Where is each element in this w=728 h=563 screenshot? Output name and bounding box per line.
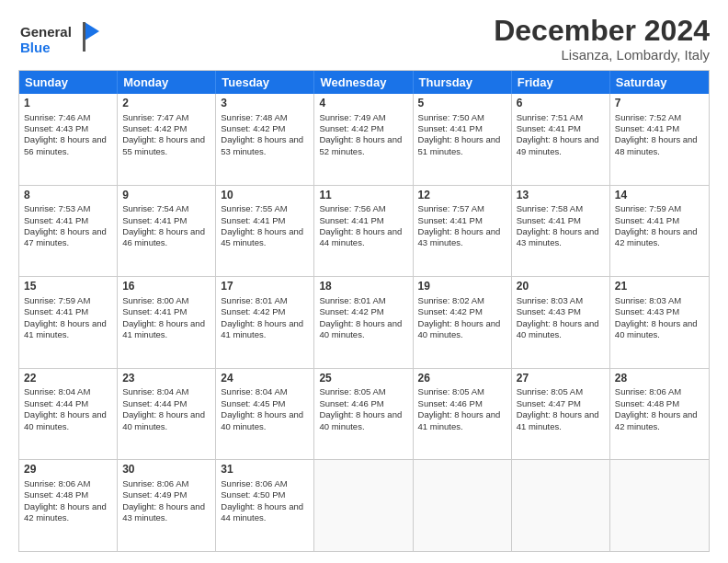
calendar-body: 1 Sunrise: 7:46 AM Sunset: 4:43 PM Dayli… <box>19 94 709 551</box>
sunrise: Sunrise: 8:05 AM <box>418 386 506 397</box>
sunset: Sunset: 4:42 PM <box>122 123 210 134</box>
sunset: Sunset: 4:45 PM <box>221 398 309 409</box>
sunset: Sunset: 4:42 PM <box>221 123 309 134</box>
cell-dec-29: 29 Sunrise: 8:06 AM Sunset: 4:48 PM Dayl… <box>19 460 118 551</box>
header-thursday: Thursday <box>414 71 512 94</box>
sunset: Sunset: 4:43 PM <box>615 306 704 317</box>
sunrise: Sunrise: 8:04 AM <box>221 386 309 397</box>
cell-empty-4 <box>610 460 709 551</box>
cell-dec-1: 1 Sunrise: 7:46 AM Sunset: 4:43 PM Dayli… <box>19 94 118 185</box>
day-num: 27 <box>517 372 605 386</box>
cell-dec-6: 6 Sunrise: 7:51 AM Sunset: 4:41 PM Dayli… <box>512 94 610 185</box>
daylight: Daylight: 8 hours and 44 minutes. <box>319 226 407 249</box>
cell-empty-1 <box>314 460 413 551</box>
daylight: Daylight: 8 hours and 40 minutes. <box>418 318 506 341</box>
day-num: 28 <box>615 372 704 386</box>
sunrise: Sunrise: 7:59 AM <box>615 203 704 214</box>
cell-dec-17: 17 Sunrise: 8:01 AM Sunset: 4:42 PM Dayl… <box>216 277 314 368</box>
cell-dec-10: 10 Sunrise: 7:55 AM Sunset: 4:41 PM Dayl… <box>216 186 314 277</box>
sunset: Sunset: 4:41 PM <box>24 306 112 317</box>
sunrise: Sunrise: 7:49 AM <box>319 112 407 123</box>
daylight: Daylight: 8 hours and 49 minutes. <box>517 134 605 157</box>
logo-block: General Blue <box>18 18 101 63</box>
cell-dec-31: 31 Sunrise: 8:06 AM Sunset: 4:50 PM Dayl… <box>216 460 314 551</box>
cell-dec-14: 14 Sunrise: 7:59 AM Sunset: 4:41 PM Dayl… <box>610 186 709 277</box>
sunset: Sunset: 4:41 PM <box>418 215 506 226</box>
daylight: Daylight: 8 hours and 40 minutes. <box>319 318 407 341</box>
sunrise: Sunrise: 7:52 AM <box>615 112 704 123</box>
cell-dec-28: 28 Sunrise: 8:06 AM Sunset: 4:48 PM Dayl… <box>610 369 709 460</box>
day-num: 5 <box>418 97 506 111</box>
daylight: Daylight: 8 hours and 40 minutes. <box>122 409 210 432</box>
daylight: Daylight: 8 hours and 42 minutes. <box>24 501 112 524</box>
daylight: Daylight: 8 hours and 41 minutes. <box>24 318 112 341</box>
sunset: Sunset: 4:43 PM <box>24 123 112 134</box>
sunset: Sunset: 4:49 PM <box>122 489 210 500</box>
week-row-1: 1 Sunrise: 7:46 AM Sunset: 4:43 PM Dayli… <box>19 94 709 185</box>
sunrise: Sunrise: 7:58 AM <box>517 203 605 214</box>
svg-marker-2 <box>85 22 99 40</box>
sunrise: Sunrise: 7:48 AM <box>221 112 309 123</box>
month-title: December 2024 <box>494 15 710 47</box>
cell-empty-2 <box>414 460 512 551</box>
daylight: Daylight: 8 hours and 41 minutes. <box>221 318 309 341</box>
day-num: 14 <box>615 189 704 203</box>
header-wednesday: Wednesday <box>314 71 413 94</box>
sunrise: Sunrise: 8:05 AM <box>319 386 407 397</box>
cell-dec-3: 3 Sunrise: 7:48 AM Sunset: 4:42 PM Dayli… <box>216 94 314 185</box>
sunset: Sunset: 4:41 PM <box>122 306 210 317</box>
daylight: Daylight: 8 hours and 43 minutes. <box>517 226 605 249</box>
sunset: Sunset: 4:41 PM <box>615 123 704 134</box>
day-num: 22 <box>24 372 112 386</box>
sunset: Sunset: 4:42 PM <box>221 306 309 317</box>
cell-dec-7: 7 Sunrise: 7:52 AM Sunset: 4:41 PM Dayli… <box>610 94 709 185</box>
sunset: Sunset: 4:41 PM <box>615 215 704 226</box>
cell-dec-23: 23 Sunrise: 8:04 AM Sunset: 4:44 PM Dayl… <box>118 369 216 460</box>
sunset: Sunset: 4:41 PM <box>319 215 407 226</box>
cell-dec-27: 27 Sunrise: 8:05 AM Sunset: 4:47 PM Dayl… <box>512 369 610 460</box>
daylight: Daylight: 8 hours and 40 minutes. <box>615 318 704 341</box>
daylight: Daylight: 8 hours and 41 minutes. <box>418 409 506 432</box>
sunset: Sunset: 4:48 PM <box>24 489 112 500</box>
sunrise: Sunrise: 7:53 AM <box>24 203 112 214</box>
sunrise: Sunrise: 8:05 AM <box>517 386 605 397</box>
page: General Blue December 2024 Lisanza, Lomb… <box>0 0 728 563</box>
day-num: 3 <box>221 97 309 111</box>
day-num: 31 <box>221 463 309 477</box>
daylight: Daylight: 8 hours and 51 minutes. <box>418 134 506 157</box>
logo: General Blue <box>18 18 101 63</box>
day-num: 15 <box>24 280 112 294</box>
day-num: 7 <box>615 97 704 111</box>
sunrise: Sunrise: 8:02 AM <box>418 295 506 306</box>
sunset: Sunset: 4:44 PM <box>24 398 112 409</box>
sunrise: Sunrise: 7:59 AM <box>24 295 112 306</box>
sunset: Sunset: 4:47 PM <box>517 398 605 409</box>
sunrise: Sunrise: 7:46 AM <box>24 112 112 123</box>
header-tuesday: Tuesday <box>216 71 314 94</box>
sunrise: Sunrise: 8:06 AM <box>122 478 210 489</box>
week-row-5: 29 Sunrise: 8:06 AM Sunset: 4:48 PM Dayl… <box>19 459 709 551</box>
sunrise: Sunrise: 8:04 AM <box>24 386 112 397</box>
cell-dec-20: 20 Sunrise: 8:03 AM Sunset: 4:43 PM Dayl… <box>512 277 610 368</box>
day-num: 13 <box>517 189 605 203</box>
cell-dec-18: 18 Sunrise: 8:01 AM Sunset: 4:42 PM Dayl… <box>314 277 413 368</box>
sunset: Sunset: 4:41 PM <box>24 215 112 226</box>
cell-dec-15: 15 Sunrise: 7:59 AM Sunset: 4:41 PM Dayl… <box>19 277 118 368</box>
svg-text:General: General <box>20 24 72 40</box>
day-num: 8 <box>24 189 112 203</box>
sunrise: Sunrise: 8:01 AM <box>319 295 407 306</box>
sunset: Sunset: 4:48 PM <box>615 398 704 409</box>
day-num: 4 <box>319 97 407 111</box>
day-num: 17 <box>221 280 309 294</box>
sunset: Sunset: 4:43 PM <box>517 306 605 317</box>
daylight: Daylight: 8 hours and 46 minutes. <box>122 226 210 249</box>
day-num: 10 <box>221 189 309 203</box>
day-num: 23 <box>122 372 210 386</box>
sunset: Sunset: 4:41 PM <box>517 123 605 134</box>
title-block: December 2024 Lisanza, Lombardy, Italy <box>494 15 710 63</box>
sunrise: Sunrise: 8:00 AM <box>122 295 210 306</box>
header-friday: Friday <box>512 71 610 94</box>
daylight: Daylight: 8 hours and 47 minutes. <box>24 226 112 249</box>
sunrise: Sunrise: 7:56 AM <box>319 203 407 214</box>
sunset: Sunset: 4:41 PM <box>221 215 309 226</box>
